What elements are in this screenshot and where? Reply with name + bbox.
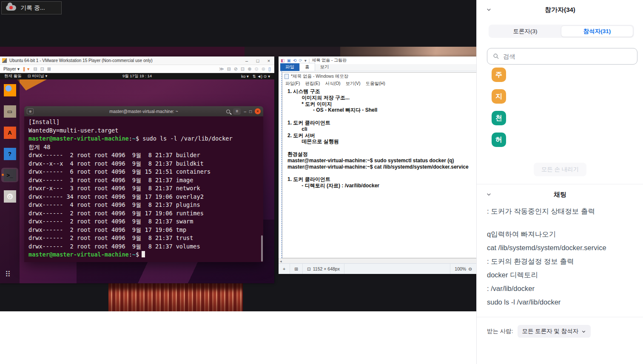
tab-attendees[interactable]: 참석자(31) — [561, 25, 633, 37]
paint-horizontal-scrollbar[interactable]: ◂ — [279, 258, 476, 263]
chevron-down-icon — [581, 329, 586, 334]
notepad-title: *제목 없음 - Windows 메모장 — [291, 73, 348, 79]
dock-item[interactable]: ▭ — [1, 104, 18, 119]
recipient-dropdown[interactable]: 모든 토론자 및 참석자 — [518, 325, 591, 338]
search-icon[interactable] — [226, 110, 230, 113]
notepad-menu-item[interactable]: 보기(V) — [346, 81, 361, 87]
dock-app-icon — [4, 84, 16, 96]
paint-qat-icon[interactable]: ▣ — [287, 58, 290, 63]
vmware-toolbar-icon[interactable]: ⊡ — [241, 66, 245, 72]
paint-status-bar: + ⊞ ⊡ 1152 × 648px 100% ⊖ — [279, 263, 476, 274]
dock-item[interactable]: A — [1, 125, 18, 140]
running-indicator-dot — [2, 195, 4, 197]
vmware-toolbar-icon[interactable]: ⊚ — [262, 66, 265, 72]
dock-item[interactable]: >_ — [1, 168, 18, 182]
terminal-window: ⊕ master@master-virtual-machine: ~ ≡ – □… — [24, 106, 263, 262]
tab-file[interactable]: 파일 — [280, 63, 299, 71]
search-icon — [493, 53, 499, 59]
paint-qat-icon[interactable]: ◧ — [281, 58, 285, 63]
tab-view[interactable]: 보기 — [315, 63, 334, 71]
tab-panelists[interactable]: 토론자(3) — [489, 25, 561, 37]
vmware-toolbar-icon[interactable]: ⊡ — [40, 66, 44, 72]
maximize-button[interactable]: □ — [252, 58, 263, 63]
terminal-scrollbar[interactable] — [261, 235, 263, 262]
chat-message: : 도커의 환경설정 정보 출력 — [487, 254, 636, 268]
tab-home[interactable]: 홈 — [299, 63, 315, 71]
prompt-dollar: $ — [136, 135, 139, 142]
running-indicator-dot — [2, 174, 4, 176]
search-input[interactable] — [503, 53, 622, 60]
chat-message-list[interactable]: : 도커가 작동중인지 상태정보 출력q입력하여 빠져나오기cat /lib/s… — [487, 204, 636, 309]
dock-item[interactable] — [1, 83, 18, 97]
dock-item[interactable]: ? — [1, 147, 18, 161]
participants-tabs: 토론자(3) 참석자(31) — [489, 25, 634, 38]
app-grid-icon[interactable]: ⠿ — [5, 270, 11, 279]
vmware-toolbar-icon[interactable]: ⊠ — [47, 66, 51, 72]
notepad-menu-item[interactable]: 도움말(H) — [366, 81, 385, 87]
terminal-prompt-line: master@master-virtual-machine:~$ — [28, 251, 263, 259]
ubuntu-clock[interactable]: 9월 17일 19 : 14 — [0, 73, 274, 79]
paint-qat-icon[interactable]: ⟲ — [293, 58, 296, 63]
vmware-toolbar-icon[interactable]: ⊕ — [248, 66, 251, 72]
running-indicator-dot — [2, 110, 4, 112]
vmware-toolbar: Player ▾ ∥ ▾ ⊟⊡⊠ ≫⊟⊘⊡⊕⊙⊚▯ — [0, 65, 274, 73]
zoom-in-control[interactable]: + — [279, 264, 290, 274]
participant-search-box[interactable] — [487, 48, 637, 65]
zoom-out-icon[interactable]: ⊖ — [468, 266, 472, 271]
vmware-logo-icon — [2, 58, 7, 63]
avatar[interactable]: 허 — [492, 133, 506, 147]
notepad-menu-item[interactable]: 편집(E) — [305, 81, 320, 87]
player-menu[interactable]: Player ▾ — [3, 66, 20, 71]
close-button[interactable]: × — [255, 108, 261, 114]
avatar[interactable]: 지 — [492, 89, 506, 104]
paint-qat-icon[interactable]: ▾ — [304, 58, 307, 63]
avatar[interactable]: 천 — [492, 111, 506, 125]
vmware-toolbar-icon[interactable]: ⊘ — [234, 66, 238, 72]
notepad-menu-item[interactable]: 서식(O) — [325, 81, 340, 87]
pause-vm-button[interactable]: ∥ ▾ — [23, 66, 30, 71]
keyboard-layout-indicator[interactable]: ko ▾ — [241, 74, 248, 79]
windows-desktop: 기록 중... Ubuntu 64-bit 1 - VMware Worksta… — [0, 0, 476, 311]
vmware-toolbar-icon[interactable]: ⊟ — [33, 66, 37, 72]
notepad-window: *제목 없음 - Windows 메모장 파일(F)편집(E)서식(O)보기(V… — [282, 72, 476, 258]
dock-app-icon: A — [4, 127, 16, 139]
shared-screen: 기록 중... Ubuntu 64-bit 1 - VMware Worksta… — [0, 0, 476, 364]
chat-message: : 도커가 작동중인지 상태정보 출력 — [487, 204, 636, 218]
system-tray-icons[interactable]: ⇅ ◄) ⊙ ▾ — [253, 74, 270, 79]
vmware-toolbar-icon[interactable]: ▯ — [268, 66, 271, 72]
terminal-listing: 합계 48 drwx------ 2 root root 4096 9월 8 2… — [28, 143, 263, 251]
menu-icon[interactable]: ≡ — [233, 108, 241, 115]
prompt-colon: : — [129, 251, 132, 258]
notepad-text[interactable]: 1. 시스템 구조 이미지의 저장 구조... * 도커 이미지 - OS - … — [282, 87, 476, 189]
notepad-menu-item[interactable]: 파일(F) — [285, 81, 300, 87]
prompt-userhost: master@master-virtual-machine — [28, 251, 129, 258]
minimize-button[interactable]: – — [244, 109, 246, 114]
section-divider — [477, 317, 643, 317]
selection-size-icon: ⊞ — [290, 264, 303, 274]
scroll-left-arrow[interactable]: ◂ — [280, 259, 282, 263]
vmware-toolbar-icon[interactable]: ⊟ — [227, 66, 231, 72]
prompt-userhost: master@master-virtual-machine — [28, 135, 129, 142]
avatar[interactable]: 주 — [492, 68, 506, 82]
dock-item[interactable]: ◌ — [1, 189, 18, 203]
recording-indicator: 기록 중... — [1, 1, 62, 14]
separator: | — [309, 58, 310, 63]
zoom-level-value: 100% — [455, 266, 466, 271]
lower-all-hands-button[interactable]: 모든 손 내리기 — [534, 163, 587, 176]
chat-message: q입력하여 빠져나오기 — [487, 227, 636, 241]
vmware-titlebar[interactable]: Ubuntu 64-bit 1 - VMware Workstation 15 … — [0, 56, 274, 65]
ubuntu-desktop: ⊕ master@master-virtual-machine: ~ ≡ – □… — [0, 79, 274, 283]
chat-message: sudo ls -l /var/lib/docker — [487, 295, 636, 309]
running-indicator-dot — [2, 131, 4, 133]
send-to-label: 받는 사람: — [487, 327, 513, 335]
paint-qat-icon[interactable]: ⟳ — [299, 58, 302, 63]
maximize-button[interactable]: □ — [249, 109, 252, 114]
vmware-toolbar-icon[interactable]: ≫ — [219, 66, 224, 72]
terminal-titlebar[interactable]: ⊕ master@master-virtual-machine: ~ ≡ – □… — [24, 106, 263, 116]
vmware-toolbar-icon[interactable]: ⊙ — [255, 66, 259, 72]
chat-message: docker 디렉토리 — [487, 268, 636, 282]
terminal-output[interactable]: [Install] WantedBy=multi-user.target mas… — [24, 116, 263, 262]
minimize-button[interactable]: – — [241, 58, 252, 63]
notepad-titlebar[interactable]: *제목 없음 - Windows 메모장 — [282, 73, 476, 80]
close-button[interactable]: × — [263, 58, 274, 63]
